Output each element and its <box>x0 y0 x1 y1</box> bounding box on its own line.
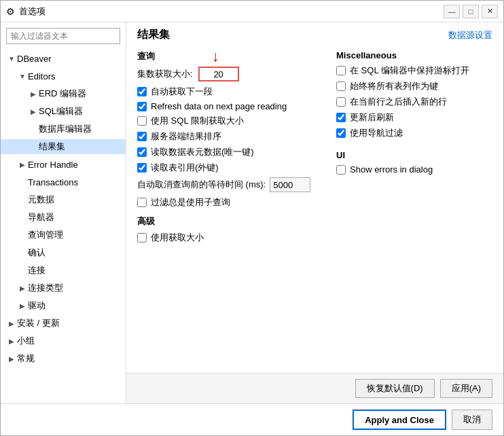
window-title: 首选项 <box>19 5 444 18</box>
checkbox-server-sort: 服务器端结果排序 <box>137 130 323 143</box>
expand-icon-confirm <box>17 249 28 257</box>
server-sort-checkbox[interactable] <box>137 132 147 141</box>
title-bar: ⚙ 首选项 — □ ✕ <box>1 1 503 22</box>
expand-icon-transactions <box>17 179 28 186</box>
sidebar-item-transactions[interactable]: Transactions <box>1 173 126 191</box>
all-columns-key-checkbox[interactable] <box>336 81 346 91</box>
expand-icon-errorhandle: ▶ <box>17 161 28 168</box>
fetch-size-row: 集数获取大小: ↓ <box>137 67 323 81</box>
timeout-label: 自动取消查询前的等待时间 (ms): <box>137 179 266 191</box>
sidebar-item-metadata[interactable]: 元数据 <box>1 191 126 208</box>
expand-icon-navigator <box>17 214 28 221</box>
sidebar-label-driver: 驱动 <box>28 299 46 312</box>
checkbox-read-refs: 读取表引用(外键) <box>137 162 323 174</box>
refresh-data-label: Refresh data on next page reading <box>151 101 287 111</box>
search-input[interactable] <box>6 28 120 44</box>
use-max-label: 使用获取大小 <box>151 232 204 244</box>
expand-icon-connect <box>17 267 28 274</box>
show-errors-label: Show errors in dialog <box>350 164 433 175</box>
sidebar-label-connecttype: 连接类型 <box>28 282 63 294</box>
auto-fetch-label: 自动获取下一段 <box>151 86 213 98</box>
sidebar-label-navigator: 导航器 <box>28 211 54 223</box>
sidebar-label-transactions: Transactions <box>28 177 78 187</box>
sidebar-item-group[interactable]: ▶ 小组 <box>1 332 126 350</box>
checkbox-keep-cursor: 在 SQL 编辑器中保持游标打开 <box>336 65 492 77</box>
sidebar-item-erd[interactable]: ▶ ERD 编辑器 <box>1 85 126 103</box>
expand-icon-group: ▶ <box>6 338 17 345</box>
apply-close-button[interactable]: Apply and Close <box>353 410 446 430</box>
sidebar-item-connecttype[interactable]: ▶ 连接类型 <box>1 279 126 297</box>
read-refs-checkbox[interactable] <box>137 163 147 172</box>
sidebar-label-erd: ERD 编辑器 <box>39 88 86 100</box>
read-metadata-label: 读取数据表元数据(唯一键) <box>151 146 254 158</box>
filter-sub-checkbox[interactable] <box>137 198 147 207</box>
sidebar-item-connect[interactable]: 连接 <box>1 261 126 279</box>
main-window: ⚙ 首选项 — □ ✕ ▼ DBeaver ▼ <box>0 0 504 436</box>
sidebar-item-results[interactable]: 结果集 <box>1 138 126 156</box>
sidebar-label-group: 小组 <box>17 335 35 347</box>
sql-limit-label: 使用 SQL 限制获取大小 <box>151 115 244 127</box>
sql-limit-checkbox[interactable] <box>137 116 147 126</box>
cancel-button[interactable]: 取消 <box>452 410 492 430</box>
checkbox-auto-fetch: 自动获取下一段 <box>137 86 323 98</box>
server-sort-label: 服务器端结果排序 <box>151 130 221 143</box>
sidebar-item-dbeditor[interactable]: 数据库编辑器 <box>1 120 126 138</box>
maximize-button[interactable]: □ <box>463 5 479 18</box>
fetch-size-input[interactable] <box>198 67 239 81</box>
sidebar-item-querymanager[interactable]: 查询管理 <box>1 226 126 244</box>
checkbox-read-metadata: 读取数据表元数据(唯一键) <box>137 146 323 158</box>
query-section-title: 查询 <box>137 50 323 62</box>
filter-sub-label: 过滤总是使用子查询 <box>151 196 230 208</box>
sidebar-item-editors[interactable]: ▼ Editors <box>1 67 126 85</box>
timeout-input[interactable] <box>270 177 310 192</box>
main-panel: 结果集 数据源设置 查询 集数获取大小: ↓ <box>126 22 503 403</box>
sidebar-item-dbeaver[interactable]: ▼ DBeaver <box>1 50 126 67</box>
nav-filter-checkbox[interactable] <box>336 128 346 138</box>
sidebar-label-editors: Editors <box>28 71 55 81</box>
expand-icon-dbeditor <box>28 126 39 133</box>
checkbox-refresh-after: 更新后刷新 <box>336 111 492 124</box>
sidebar-item-sql[interactable]: ▶ SQL编辑器 <box>1 103 126 120</box>
expand-icon-general: ▶ <box>6 355 17 363</box>
use-max-checkbox[interactable] <box>137 233 147 242</box>
refresh-data-checkbox[interactable] <box>137 102 147 111</box>
red-arrow-down: ↓ <box>212 48 219 65</box>
sidebar-label-confirm: 确认 <box>28 247 46 259</box>
checkbox-sql-limit: 使用 SQL 限制获取大小 <box>137 115 323 127</box>
insert-after-checkbox[interactable] <box>336 97 346 107</box>
insert-after-label: 在当前行之后插入新的行 <box>350 96 447 108</box>
expand-icon-querymanager <box>17 232 28 239</box>
keep-cursor-checkbox[interactable] <box>336 66 346 75</box>
sidebar-item-navigator[interactable]: 导航器 <box>1 208 126 226</box>
panel-header: 结果集 数据源设置 <box>126 22 503 45</box>
checkbox-filter-sub: 过滤总是使用子查询 <box>137 196 323 208</box>
expand-icon-editors: ▼ <box>17 73 28 80</box>
sidebar-item-install[interactable]: ▶ 安装 / 更新 <box>1 314 126 332</box>
left-column: 查询 集数获取大小: ↓ 自动获取下一段 <box>137 50 323 367</box>
expand-icon-dbeaver: ▼ <box>6 55 17 62</box>
sidebar-item-errorhandle[interactable]: ▶ Error Handle <box>1 156 126 173</box>
datasource-link[interactable]: 数据源设置 <box>448 29 492 41</box>
auto-fetch-checkbox[interactable] <box>137 87 147 96</box>
minimize-button[interactable]: — <box>444 5 460 18</box>
sidebar-item-driver[interactable]: ▶ 驱动 <box>1 297 126 314</box>
read-metadata-checkbox[interactable] <box>137 147 147 157</box>
sidebar-item-confirm[interactable]: 确认 <box>1 244 126 261</box>
keep-cursor-label: 在 SQL 编辑器中保持游标打开 <box>350 65 469 77</box>
panel-content: 查询 集数获取大小: ↓ 自动获取下一段 <box>126 45 503 373</box>
expand-icon-driver: ▶ <box>17 302 28 310</box>
expand-icon-install: ▶ <box>6 320 17 327</box>
restore-defaults-button[interactable]: 恢复默认值(D) <box>355 379 435 398</box>
checkbox-refresh-data: Refresh data on next page reading <box>137 101 323 111</box>
refresh-after-checkbox[interactable] <box>336 113 346 122</box>
apply-button[interactable]: 应用(A) <box>440 379 492 398</box>
close-button[interactable]: ✕ <box>482 5 498 18</box>
bottom-bar: Apply and Close 取消 <box>1 403 503 435</box>
sidebar-label-general: 常规 <box>17 352 35 365</box>
sidebar-label-dbeaver: DBeaver <box>17 54 52 64</box>
sidebar-label-metadata: 元数据 <box>28 194 54 206</box>
expand-icon-metadata <box>17 196 28 204</box>
all-columns-key-label: 始终将所有表列作为键 <box>350 80 438 92</box>
show-errors-checkbox[interactable] <box>336 165 346 175</box>
sidebar-item-general[interactable]: ▶ 常规 <box>1 350 126 367</box>
